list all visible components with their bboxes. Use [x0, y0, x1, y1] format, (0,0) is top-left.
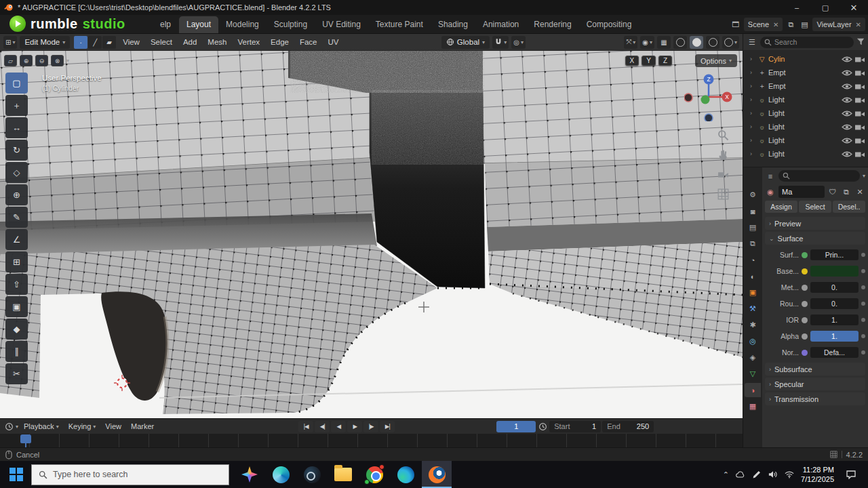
select-extend-icon[interactable]: ⊕: [20, 55, 33, 66]
gizmo-toggle-button[interactable]: ⤧▾: [624, 36, 637, 49]
measure-tool[interactable]: ∠: [5, 229, 28, 250]
normal-dropdown[interactable]: Defa...: [810, 347, 859, 358]
subsurface-section-header[interactable]: › Subsurface: [765, 363, 865, 375]
material-name-field[interactable]: Ma: [778, 186, 825, 198]
zoom-icon[interactable]: [717, 129, 729, 141]
timeline-scrubber[interactable]: [0, 434, 743, 447]
expand-icon[interactable]: ›: [750, 56, 755, 62]
hide-render-camera-icon[interactable]: [854, 96, 865, 104]
tab-modeling[interactable]: Modeling: [218, 16, 267, 33]
outliner-row-light[interactable]: › ☼ Light: [743, 106, 868, 120]
tray-overflow-chevron-icon[interactable]: ⌃: [723, 470, 729, 479]
decorator-dot-icon[interactable]: [861, 285, 865, 289]
expand-icon[interactable]: ›: [750, 150, 755, 157]
particles-tab-icon[interactable]: ✱: [745, 318, 761, 332]
vertex-select-button[interactable]: ∙: [74, 36, 87, 49]
minimize-button[interactable]: –: [783, 0, 811, 15]
steam-taskbar-button[interactable]: [297, 461, 327, 488]
cursor-tool[interactable]: ＋: [5, 95, 28, 116]
shading-solid-button[interactable]: [690, 36, 703, 49]
frame-end-field[interactable]: End 250: [602, 421, 654, 432]
play-button[interactable]: ▶: [347, 421, 362, 432]
properties-editor-type-icon[interactable]: ≡: [765, 171, 776, 182]
properties-search-field[interactable]: [778, 170, 860, 182]
tab-rendering[interactable]: Rendering: [526, 16, 578, 33]
outliner-row-cylinder[interactable]: › ▽ Cylin: [743, 52, 868, 66]
fake-user-icon[interactable]: 🛡: [827, 186, 838, 197]
box-select-tool[interactable]: ▢: [5, 73, 28, 94]
base-color-swatch[interactable]: [810, 266, 859, 277]
shading-material-button[interactable]: [706, 36, 719, 49]
decorator-dot-icon[interactable]: [861, 318, 865, 322]
hide-render-camera-icon[interactable]: [854, 150, 865, 158]
start-button[interactable]: [3, 461, 30, 488]
overlays-toggle-button[interactable]: ◉▾: [640, 36, 654, 49]
viewport-mesh[interactable]: [0, 51, 743, 418]
tab-layout[interactable]: Layout: [179, 16, 218, 33]
camera-view-icon[interactable]: [717, 169, 729, 180]
menu-view[interactable]: View: [119, 36, 144, 48]
tool-tab-icon[interactable]: ⚙: [745, 188, 761, 202]
render-tab-icon[interactable]: ◙: [745, 204, 761, 218]
jump-to-end-button[interactable]: ▶|: [380, 421, 395, 432]
keying-menu[interactable]: Keying▾: [64, 421, 100, 432]
menu-edge[interactable]: Edge: [267, 36, 293, 48]
timeline-editor-type-icon[interactable]: [3, 421, 14, 432]
specular-section-header[interactable]: › Specular: [765, 378, 865, 390]
deselect-button[interactable]: Desel..: [833, 201, 865, 213]
filter-icon[interactable]: [856, 38, 865, 46]
hide-render-camera-icon[interactable]: [854, 83, 865, 90]
viewlayer-tab-icon[interactable]: ⧉: [745, 237, 761, 251]
proportional-edit-button[interactable]: ◎▾: [511, 36, 526, 49]
select-intersect-icon[interactable]: ⊗: [51, 55, 64, 66]
outliner-search-field[interactable]: Search: [760, 37, 854, 48]
outliner-row-empty[interactable]: › ＋ Empt: [743, 66, 868, 79]
tab-animation[interactable]: Animation: [475, 16, 526, 33]
knife-tool[interactable]: ✂: [5, 363, 28, 384]
menu-add[interactable]: Add: [179, 36, 201, 48]
modifiers-tab-icon[interactable]: ⚒: [745, 302, 761, 316]
object-data-tab-icon[interactable]: ▽: [745, 367, 761, 381]
hide-viewport-eye-icon[interactable]: [842, 137, 852, 144]
options-dropdown[interactable]: Options▾: [695, 54, 737, 67]
marker-menu[interactable]: Marker: [127, 421, 158, 432]
hide-viewport-eye-icon[interactable]: [842, 123, 852, 131]
widgets-taskbar-button[interactable]: [266, 461, 296, 488]
expand-icon[interactable]: ›: [750, 83, 755, 89]
output-tab-icon[interactable]: ▤: [745, 220, 761, 235]
orientation-dropdown[interactable]: Global▾: [441, 36, 490, 49]
new-material-icon[interactable]: ⧉: [841, 186, 852, 197]
editor-type-button[interactable]: ⊞▾: [3, 36, 17, 49]
menu-vertex[interactable]: Vertex: [233, 36, 264, 48]
shading-wireframe-button[interactable]: [673, 36, 687, 49]
viewlayer-selector[interactable]: ViewLayer ✕: [812, 18, 865, 31]
close-button[interactable]: ✕: [840, 0, 868, 15]
tab-shading[interactable]: Shading: [431, 16, 475, 33]
hide-viewport-eye-icon[interactable]: [842, 96, 852, 104]
select-set-icon[interactable]: ▱: [4, 55, 17, 66]
face-select-button[interactable]: ▰: [102, 36, 116, 49]
action-center-button[interactable]: [841, 470, 861, 479]
blender-taskbar-button[interactable]: [422, 461, 452, 488]
outliner-row-light[interactable]: › ☼ Light: [743, 120, 868, 134]
decorator-dot-icon[interactable]: [861, 334, 865, 338]
menu-uv[interactable]: UV: [324, 36, 343, 48]
move-tool[interactable]: ↔: [5, 117, 28, 138]
timeline-editor-caret-icon[interactable]: ▾: [16, 424, 18, 430]
maximize-button[interactable]: ▢: [811, 0, 840, 15]
expand-icon[interactable]: ›: [750, 69, 755, 76]
axis-minus-x[interactable]: [684, 94, 692, 102]
axis-minus-z[interactable]: [705, 114, 713, 121]
timeline-view-menu[interactable]: View: [101, 421, 125, 432]
select-subtract-icon[interactable]: ⊖: [35, 55, 48, 66]
select-button[interactable]: Select: [799, 201, 831, 213]
network-icon[interactable]: [785, 470, 794, 479]
constraints-tab-icon[interactable]: ◈: [745, 350, 761, 365]
annotate-tool[interactable]: ✎: [5, 207, 28, 228]
tab-compositing[interactable]: Compositing: [579, 16, 639, 33]
current-frame-field[interactable]: 1: [496, 421, 536, 432]
add-cube-tool[interactable]: ⊞: [5, 251, 28, 272]
world-tab-icon[interactable]: ◐: [745, 269, 761, 283]
hide-viewport-eye-icon[interactable]: [842, 56, 852, 63]
extrude-tool[interactable]: ⇧: [5, 274, 28, 295]
